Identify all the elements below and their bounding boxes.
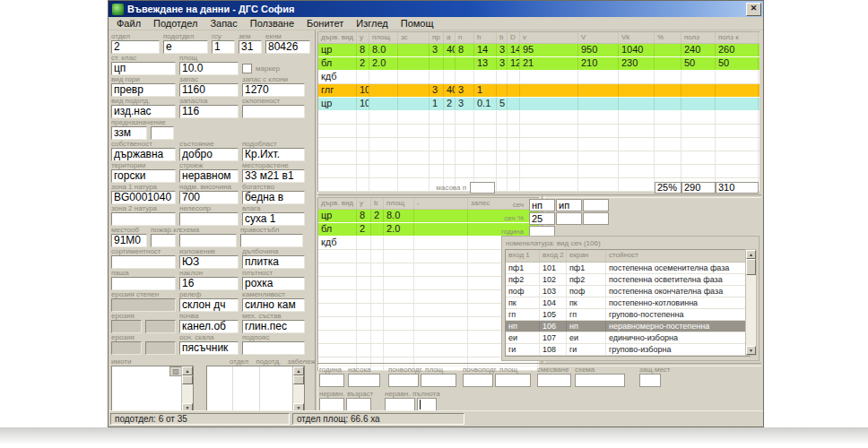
scroll-thumb[interactable] — [293, 375, 304, 384]
zona-2-natura-field[interactable] — [111, 212, 176, 226]
nomenclature-scrollbar[interactable]: ▲ ▼ — [745, 249, 757, 356]
mestorastene-field[interactable]: 33 м21 в1 — [242, 169, 305, 183]
table-row[interactable]: еи107еиединично-изборна — [506, 332, 750, 344]
table-row[interactable]: цр101230.15 — [318, 98, 760, 111]
scroll-thumb[interactable] — [182, 375, 193, 384]
menu-item-3[interactable]: Запас — [204, 18, 243, 29]
table-row[interactable]: глг1034031 — [318, 84, 760, 98]
prednaznachenie-2-field[interactable] — [151, 126, 174, 140]
podpoyas-field[interactable] — [242, 341, 305, 355]
menu-item-2[interactable]: Подотдел — [147, 18, 204, 29]
pochvopodg-plosht-2-field-2[interactable] — [495, 374, 531, 387]
zapas-ha-field[interactable]: 116 — [179, 105, 239, 118]
neravn-palnota-field-1[interactable] — [385, 398, 415, 411]
title-bar[interactable]: Въвеждане на данни - ДГС София ✕ — [108, 1, 763, 17]
table-row[interactable]: бл22.013312212102305050 — [318, 57, 760, 71]
pozhar-kl-field[interactable] — [151, 234, 176, 247]
izlozhenie-field[interactable]: ЮЗ — [179, 255, 239, 269]
eknm-field[interactable]: 80426 — [265, 40, 310, 54]
table-row[interactable] — [318, 138, 760, 151]
naklon-field[interactable]: 16 — [179, 277, 239, 290]
zapas-field[interactable]: 1160 — [179, 83, 239, 97]
neravn-palnota-field-2[interactable] — [417, 398, 437, 411]
table-row[interactable] — [318, 111, 760, 125]
vid-gori-field[interactable]: превр — [111, 83, 176, 97]
gsu-field[interactable]: 1 — [212, 40, 235, 54]
sech-field-1-3[interactable] — [583, 199, 609, 211]
pasha-field[interactable] — [111, 277, 176, 290]
marker-checkbox[interactable] — [242, 64, 252, 73]
masova-input[interactable] — [470, 182, 495, 194]
scroll-down-icon[interactable]: ▼ — [746, 346, 756, 355]
smesvane-field-1[interactable] — [537, 374, 571, 387]
menu-item-5[interactable]: Бонитет — [300, 18, 350, 29]
table-row[interactable] — [318, 165, 760, 178]
table-row[interactable]: пк104пкпостепенно-котловинна — [506, 297, 750, 309]
pochvopodg-plosht-1-field-1[interactable] — [388, 374, 419, 387]
scroll-down-icon[interactable]: ▼ — [182, 403, 193, 410]
otdel-field[interactable]: 2 — [111, 40, 160, 54]
table-row[interactable]: поф103пофпостепенна окончателна фаза — [506, 286, 750, 297]
podoblast-field[interactable]: Кр.Ихт. — [242, 148, 305, 161]
podotdel-field[interactable]: е — [163, 40, 208, 54]
table-row[interactable]: пф1101пф1постепенна осеменителна фаза — [506, 263, 750, 274]
sortimentnost-field[interactable] — [111, 255, 176, 269]
sech-field-1-2[interactable]: ип — [556, 199, 582, 211]
table-row[interactable]: нп106нпнеравномерно-постепенна — [506, 321, 750, 332]
vlaga-field[interactable]: суха 1 — [242, 212, 305, 226]
table-row[interactable]: ги108гигрупово-изборна — [506, 344, 750, 356]
menu-item-1[interactable]: Файл — [110, 18, 147, 29]
stroezh-field[interactable]: неравном — [179, 169, 239, 183]
scroll-up-icon[interactable]: ▲ — [293, 366, 304, 375]
scroll-up-icon[interactable]: ▲ — [746, 250, 756, 259]
table-row[interactable] — [318, 151, 760, 165]
table-row[interactable]: кдб — [318, 71, 760, 84]
zem-field[interactable]: 31 — [239, 40, 262, 54]
pochvopodg-plosht-2-field-1[interactable] — [463, 374, 493, 387]
sech-field-2-1[interactable]: 25 — [529, 212, 555, 225]
vid-podotd-field[interactable]: изд.нас — [111, 105, 176, 118]
sobstvenost-field[interactable]: държавна — [111, 148, 176, 161]
zapas-s-kloni-field[interactable]: 1270 — [242, 83, 305, 97]
table-row[interactable]: цр88.0340814314959501040240260 — [318, 44, 760, 57]
meh-sastav-field[interactable]: глин.пес — [242, 320, 305, 333]
zasht-mest-field-1[interactable] — [639, 374, 661, 387]
neravn-vazrast-field-1[interactable] — [319, 398, 344, 411]
relef-field[interactable]: склон дч — [179, 298, 239, 312]
scroll-down-icon[interactable]: ▼ — [293, 403, 304, 410]
zabelezhka-listbox[interactable]: ▲ ▼ — [206, 366, 305, 410]
sklopenost-field[interactable] — [242, 105, 305, 118]
pochvopodg-plosht-1-field-2[interactable] — [421, 374, 456, 387]
teritorii-field[interactable]: горски — [111, 169, 176, 183]
table-row[interactable]: гп105гпгрупово-постепенна — [506, 309, 750, 321]
sastoyanie-field[interactable]: добро — [179, 148, 239, 161]
zabelezhka-scrollbar[interactable]: ▲ ▼ — [292, 366, 304, 410]
sech-field-2-3[interactable] — [583, 212, 609, 225]
grid-icon[interactable]: ▨ — [169, 366, 182, 376]
nelesopr-field[interactable] — [179, 212, 239, 226]
table-row[interactable] — [318, 125, 760, 138]
pochva-field[interactable]: канел.об — [179, 320, 239, 333]
nadm-visochina-field[interactable]: 700 — [179, 191, 239, 204]
imoti-scrollbar[interactable]: ▲ ▼ — [181, 366, 193, 410]
scroll-thumb[interactable] — [746, 259, 756, 275]
shema-field[interactable] — [179, 234, 237, 247]
close-icon[interactable]: ✕ — [746, 3, 761, 16]
dalbochina-field[interactable]: плитка — [242, 255, 305, 269]
menu-item-6[interactable]: Изглед — [350, 18, 394, 29]
sech-field-1-1[interactable]: нп — [529, 199, 555, 211]
sech-field-2-2[interactable] — [556, 212, 582, 225]
nasoka-field-1[interactable] — [348, 374, 380, 387]
menu-item-4[interactable]: Ползване — [244, 18, 300, 29]
platnost-field[interactable]: рохка — [242, 277, 305, 290]
plosht-field[interactable]: 10.0 — [179, 62, 239, 75]
kamenlivost-field[interactable]: силно кам — [242, 298, 305, 312]
neravn-vazrast-field-2[interactable] — [346, 398, 371, 411]
zona-1-natura-field[interactable]: BG0001040 — [111, 191, 176, 204]
prednaznachenie-field[interactable]: ззм — [111, 126, 147, 140]
st-klas-field[interactable]: цп — [111, 62, 176, 75]
pravostabl-field[interactable] — [240, 234, 303, 247]
table-row[interactable]: пф2102пф2постепенна осветителна фаза — [506, 274, 750, 286]
osn-skala-field[interactable]: пясъчник — [179, 341, 239, 355]
shema-seitba-field-1[interactable] — [575, 374, 625, 387]
